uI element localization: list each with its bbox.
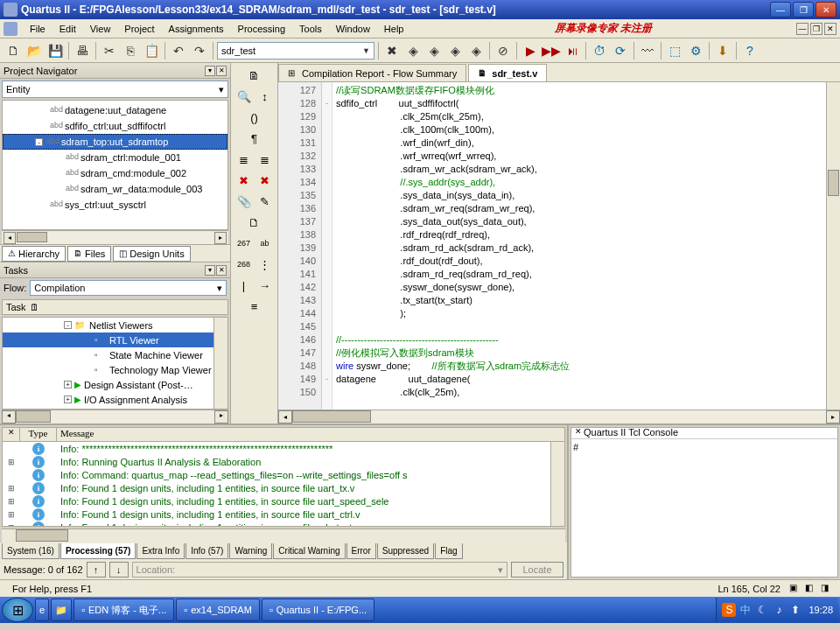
ed-tool-9[interactable]: 🗋 bbox=[245, 214, 264, 231]
editor-tab[interactable]: 🗎sdr_test.v bbox=[468, 64, 547, 81]
task-item[interactable]: -📁Netlist Viewers bbox=[3, 318, 228, 332]
outdent-button[interactable]: ≣ bbox=[256, 150, 275, 168]
new-file-button[interactable]: 🗋 bbox=[4, 41, 23, 60]
taskbar-app[interactable]: ▫EDN 博客 - 电子... bbox=[74, 598, 174, 621]
ed-tool-11[interactable]: ⋮ bbox=[256, 256, 275, 273]
ed-tool-10[interactable]: ab bbox=[256, 234, 275, 252]
minimize-button[interactable]: — bbox=[770, 2, 791, 18]
sim-button[interactable]: ⟳ bbox=[611, 41, 630, 60]
tree-item[interactable]: -abdsdram_top:uut_sdramtop bbox=[3, 134, 228, 150]
task-item[interactable]: ▫State Machine Viewer bbox=[3, 347, 228, 362]
task-item[interactable]: +▶Design Assistant (Post-… bbox=[3, 377, 228, 392]
tool1-button[interactable]: ◈ bbox=[403, 41, 423, 60]
type-column-header[interactable]: Type bbox=[20, 428, 57, 441]
chip-button[interactable]: ⬚ bbox=[665, 41, 684, 60]
indent-button[interactable]: ≣ bbox=[234, 150, 254, 168]
tree-item[interactable]: abddatagene:uut_datagene bbox=[3, 102, 228, 118]
tree-item[interactable]: abdsdram_wr_data:module_003 bbox=[3, 181, 228, 197]
editor-hscroll[interactable]: ◂▸ bbox=[278, 410, 840, 424]
redo-button[interactable]: ↷ bbox=[190, 41, 209, 60]
ed-tool-14[interactable]: ≡ bbox=[245, 298, 264, 315]
save-button[interactable]: 💾 bbox=[46, 41, 65, 60]
menu-file[interactable]: File bbox=[23, 22, 52, 36]
message-column-header[interactable]: Message bbox=[57, 428, 564, 441]
tasks-min-button[interactable]: ▾ bbox=[205, 265, 215, 276]
menu-tools[interactable]: Tools bbox=[292, 22, 329, 36]
project-combo[interactable]: sdr_test▼ bbox=[217, 42, 374, 60]
cut-button[interactable]: ✂ bbox=[100, 41, 119, 60]
settings-button[interactable]: ✖ bbox=[382, 41, 402, 60]
ed-tool-1[interactable]: 🗎 bbox=[245, 66, 264, 84]
compile-button[interactable]: ▶ bbox=[521, 41, 540, 60]
mdi-close-button[interactable]: ✕ bbox=[824, 23, 836, 35]
help-button[interactable]: ? bbox=[740, 41, 760, 60]
flow-combo[interactable]: Compilation▾ bbox=[30, 280, 227, 296]
task-tree[interactable]: -📁Netlist Viewers▫RTL Viewer▫State Machi… bbox=[2, 317, 228, 410]
tool4-button[interactable]: ◈ bbox=[466, 41, 486, 60]
copy-button[interactable]: ⎘ bbox=[121, 41, 140, 60]
msg-close-icon[interactable]: ✕ bbox=[3, 428, 20, 441]
pn-close-button[interactable]: ✕ bbox=[216, 66, 227, 76]
ed-tool-13[interactable]: → bbox=[256, 276, 275, 294]
tray-icon-5[interactable]: ⬆ bbox=[788, 603, 802, 617]
tool2-button[interactable]: ◈ bbox=[424, 41, 444, 60]
message-row[interactable]: ⊞iInfo: Found 1 design units, including … bbox=[3, 521, 564, 526]
task-item[interactable]: ▫Technology Map Viewer bbox=[3, 362, 228, 377]
msg-tab[interactable]: Info (57) bbox=[186, 543, 228, 559]
taskbar-app[interactable]: ▫ex14_SDRAM bbox=[176, 598, 260, 621]
hierarchy-tab[interactable]: ⚠Hierarchy bbox=[2, 246, 66, 262]
menu-edit[interactable]: Edit bbox=[52, 22, 83, 36]
compile3-button[interactable]: ⏯ bbox=[563, 41, 582, 60]
ed-tool-8[interactable]: ✎ bbox=[256, 192, 275, 210]
tree-item[interactable]: abdsdram_ctrl:module_001 bbox=[3, 150, 228, 165]
message-row[interactable]: ⊞iInfo: Running Quartus II Analysis & El… bbox=[3, 455, 564, 468]
task-item[interactable]: +▶Early Timing Estimate bbox=[3, 407, 228, 410]
menu-window[interactable]: Window bbox=[329, 22, 377, 36]
msg-hscroll[interactable] bbox=[2, 528, 565, 542]
ed-tool-2[interactable]: ↕ bbox=[256, 88, 275, 105]
task-item[interactable]: ▫RTL Viewer bbox=[3, 332, 228, 347]
timing-button[interactable]: ⏱ bbox=[590, 41, 609, 60]
tcl-close-icon[interactable]: ✕ bbox=[573, 427, 584, 438]
tree-item[interactable]: abdsdram_cmd:module_002 bbox=[3, 165, 228, 181]
menu-view[interactable]: View bbox=[83, 22, 118, 36]
hierarchy-tree[interactable]: abddatagene:uut_datageneabdsdfifo_ctrl:u… bbox=[2, 100, 228, 230]
menu-processing[interactable]: Processing bbox=[231, 22, 292, 36]
editor-vscroll[interactable] bbox=[826, 82, 840, 410]
entity-combo[interactable]: Entity▾ bbox=[2, 80, 228, 98]
compile2-button[interactable]: ▶▶ bbox=[542, 41, 561, 60]
prog-button[interactable]: ⚙ bbox=[686, 41, 705, 60]
editor-tab[interactable]: ⊞Compilation Report - Flow Summary bbox=[278, 64, 466, 81]
mdi-restore-button[interactable]: ❐ bbox=[810, 23, 822, 35]
tasks-close-button[interactable]: ✕ bbox=[216, 265, 227, 276]
msg-tab[interactable]: System (16) bbox=[2, 543, 60, 559]
ed-tool-4[interactable]: ¶ bbox=[245, 130, 264, 147]
msg-tab[interactable]: Error bbox=[346, 543, 376, 559]
stop-button[interactable]: ⊘ bbox=[494, 41, 513, 60]
open-file-button[interactable]: 📂 bbox=[24, 41, 44, 60]
msg-tab[interactable]: Suppressed bbox=[377, 543, 434, 559]
menu-project[interactable]: Project bbox=[117, 22, 161, 36]
tool3-button[interactable]: ◈ bbox=[445, 41, 465, 60]
prev-msg-button[interactable]: ↑ bbox=[87, 562, 106, 578]
tree-hscroll[interactable]: ◂▸ bbox=[2, 230, 228, 244]
ed-tool-5[interactable]: ✖ bbox=[234, 172, 254, 189]
find-button[interactable]: 🔍 bbox=[234, 88, 254, 105]
task-item[interactable]: +▶I/O Assignment Analysis bbox=[3, 392, 228, 407]
msg-tab[interactable]: Extra Info bbox=[136, 543, 185, 559]
undo-button[interactable]: ↶ bbox=[169, 41, 188, 60]
tcl-console[interactable]: ✕Quartus II Tcl Console # bbox=[570, 427, 838, 578]
quick-launch-1[interactable]: e bbox=[35, 598, 49, 621]
locate-button[interactable]: Locate bbox=[511, 562, 564, 578]
code-editor[interactable]: //读写SDRAM数据缓存FIFO模块例化sdfifo_ctrl uut_sdf… bbox=[332, 82, 826, 410]
mdi-minimize-button[interactable]: — bbox=[796, 23, 808, 35]
taskbar-app[interactable]: ▫Quartus II - E:/FPG... bbox=[262, 598, 374, 621]
clock[interactable]: 19:28 bbox=[805, 605, 833, 615]
files-tab[interactable]: 🗎Files bbox=[67, 246, 111, 262]
task-hscroll[interactable]: ◂ ▸ bbox=[2, 410, 228, 424]
fold-column[interactable]: -- bbox=[322, 82, 332, 410]
msg-tab[interactable]: Flag bbox=[435, 543, 462, 559]
msg-tab[interactable]: Critical Warning bbox=[273, 543, 345, 559]
ed-tool-6[interactable]: ✖ bbox=[256, 172, 275, 189]
paste-button[interactable]: 📋 bbox=[142, 41, 161, 60]
